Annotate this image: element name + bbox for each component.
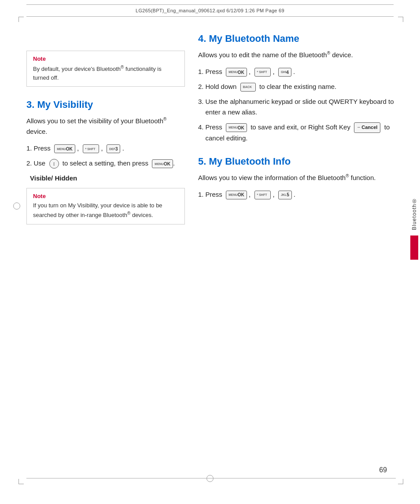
note1-title: Note [33,55,178,62]
step-num: 1. [26,143,32,154]
step-content: Use ↕ to select a setting, then press ME… [34,158,185,169]
section3-step2: 2. Use ↕ to select a setting, then press… [26,158,185,169]
note-box-2: Note If you turn on My Visibility, your … [26,188,185,224]
circle-marker-left [13,202,20,210]
right-column: 4. My Bluetooth Name Allows you to edit … [198,24,402,460]
section5-heading: 5. My Bluetooth Info [198,156,402,167]
corner-tl [18,17,24,22]
key-menu-ok-2: MENUOK [152,159,173,168]
corner-tr [398,17,403,22]
section4-desc: Allows you to edit the name of the Bluet… [198,50,402,60]
content-area: Note By default, your device's Bluetooth… [26,24,402,460]
section4-step2: 2. Hold down BACK to clear the existing … [198,81,402,92]
section4-step4: 4. Press MENUOK to save and exit, or Rig… [198,122,402,143]
step-num: 1. [198,66,204,77]
step-num: 2. [198,81,204,92]
key-cancel: − Cancel [354,122,380,132]
step-num: 3. [198,96,204,107]
step-num: 4. [198,122,204,132]
key-menu-ok: MENUOK [54,144,75,153]
key-shift: * SHFT [83,144,99,153]
corner-br [398,479,403,484]
key-shift-s5: * SHFT [254,191,271,199]
step-content: Press MENUOK , * SHFT , GHI4 . [206,66,402,77]
page-number: 69 [379,466,387,474]
step-content: Press MENUOK , * SHFT , DEF3 . [34,143,185,154]
bottom-line [26,478,396,478]
circle-marker-bottom [206,475,214,482]
section3-heading: 3. My Visibility [26,99,185,110]
header-text: LG265(BPT)_Eng_manual_090612.qxd 6/12/09… [136,8,284,13]
key-menu-ok-s5: MENUOK [226,191,247,199]
corner-bl [18,479,24,484]
key-3def: DEF3 [107,144,121,153]
section-3: 3. My Visibility Allows you to set the v… [26,99,185,224]
section3-desc: Allows you to set the visibility of your… [26,116,185,137]
section5-step1: 1. Press MENUOK , * SHFT , JKL5 . [198,189,402,200]
key-5jkl: JKL5 [278,191,292,199]
step-content: Press MENUOK to save and exit, or Right … [206,122,402,143]
left-column: Note By default, your device's Bluetooth… [26,24,185,460]
note-box-1: Note By default, your device's Bluetooth… [26,51,185,87]
note2-text: If you turn on My Visibility, your devic… [33,201,178,219]
side-tab: Bluetooth® [409,194,420,264]
visible-hidden-text: Visible/ Hidden [30,173,77,184]
side-tab-bar [410,235,418,260]
visible-hidden-label: Visible/ Hidden [26,173,185,184]
key-menu-ok-s4-4: MENUOK [226,123,247,132]
note2-title: Note [33,193,178,199]
section4-step1: 1. Press MENUOK , * SHFT , GHI4 . [198,66,402,77]
side-tab-label: Bluetooth® [411,194,417,234]
section4-step3: 3. Use the alphanumeric keypad or slide … [198,96,402,118]
note1-text: By default, your device's Bluetooth® fun… [33,64,178,82]
key-4ghi: GHI4 [278,68,291,77]
step-content: Use the alphanumeric keypad or slide out… [206,96,402,118]
section5-desc: Allows you to view the information of th… [198,173,402,183]
step-num: 2. [26,158,32,169]
step-num: 1. [198,189,204,200]
key-shift-s4: * SHFT [254,68,271,77]
section-5: 5. My Bluetooth Info Allows you to view … [198,156,402,200]
nav-key: ↕ [49,159,59,169]
step-content: Press MENUOK , * SHFT , JKL5 . [206,189,402,200]
section3-step1: 1. Press MENUOK , * SHFT , DEF3 . [26,143,185,154]
section4-heading: 4. My Bluetooth Name [198,33,402,44]
key-back: BACK [240,83,256,92]
section-4: 4. My Bluetooth Name Allows you to edit … [198,33,402,143]
key-menu-ok-s4-1: MENUOK [226,68,247,77]
header-bar: LG265(BPT)_Eng_manual_090612.qxd 6/12/09… [26,4,394,17]
step-content: Hold down BACK to clear the existing nam… [206,81,402,92]
